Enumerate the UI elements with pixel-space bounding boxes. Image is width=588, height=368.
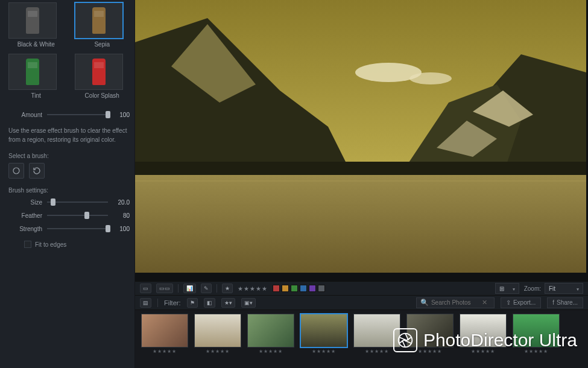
thumb-stars: ★★★★★ bbox=[406, 349, 454, 354]
zoom-dropdown[interactable]: Fit bbox=[545, 283, 583, 294]
share-button[interactable]: f Share... bbox=[547, 297, 583, 308]
photo-canvas[interactable] bbox=[135, 0, 588, 281]
amount-label: Amount bbox=[8, 112, 42, 118]
hint-text: Use the erase effect brush to clear the … bbox=[8, 127, 130, 144]
view-mode-dropdown[interactable]: ⊞ bbox=[495, 283, 519, 294]
brush-erase-button[interactable] bbox=[29, 163, 45, 179]
filter-toolbar: ▤ Filter: ⚑ ◧ ★▾ ▣▾ 🔍 ✕ ⇪ Export... f Sh… bbox=[135, 296, 588, 310]
thumb-stars: ★★★★★ bbox=[194, 349, 241, 354]
filter-rating-button[interactable]: ★▾ bbox=[221, 298, 235, 308]
view-toolbar: ▭ ▭▭ 📊 ✎ ★ ★★★★★ ⊞ Zoom: Fit bbox=[135, 281, 588, 296]
strength-value: 100 bbox=[113, 226, 130, 232]
filmstrip: ★★★★★★★★★★★★★★★★★★★★★★★★★★★★★★★★★★★★★★★★ bbox=[135, 310, 588, 368]
svg-point-3 bbox=[409, 72, 452, 84]
filmstrip-thumb[interactable]: ★★★★★ bbox=[141, 314, 188, 354]
amount-slider[interactable] bbox=[47, 111, 108, 118]
filter-label-button[interactable]: ◧ bbox=[204, 298, 215, 308]
effect-label: Black & White bbox=[8, 41, 64, 48]
filmstrip-thumb[interactable]: ★★★★★ bbox=[406, 314, 454, 354]
feather-value: 80 bbox=[113, 212, 130, 219]
thumb-stars: ★★★★★ bbox=[300, 349, 347, 354]
brush-apply-button[interactable] bbox=[8, 163, 24, 179]
filter-flag-button[interactable]: ⚑ bbox=[187, 298, 198, 308]
thumb-stars: ★★★★★ bbox=[460, 349, 507, 354]
strength-slider[interactable] bbox=[47, 225, 108, 232]
fit-to-edges-checkbox[interactable] bbox=[24, 241, 31, 248]
effect-bw[interactable]: Black & White bbox=[8, 2, 64, 48]
brush-settings-label: Brush settings: bbox=[8, 187, 130, 194]
filmstrip-thumb[interactable]: ★★★★★ bbox=[300, 314, 347, 354]
feather-slider[interactable] bbox=[47, 212, 108, 219]
color-labels bbox=[273, 285, 325, 292]
thumb-stars: ★★★★★ bbox=[353, 349, 400, 354]
svg-point-0 bbox=[13, 168, 19, 174]
thumb-stars: ★★★★★ bbox=[513, 349, 560, 354]
search-icon: 🔍 bbox=[420, 299, 429, 306]
amount-value: 100 bbox=[113, 112, 130, 118]
filter-stack-button[interactable]: ▣▾ bbox=[241, 298, 256, 308]
zoom-value: Fit bbox=[549, 285, 555, 292]
zoom-label: Zoom: bbox=[524, 285, 541, 292]
filmstrip-thumb[interactable]: ★★★★★ bbox=[247, 314, 294, 354]
preview-image bbox=[135, 0, 586, 273]
effect-label: Sepia bbox=[75, 41, 130, 48]
filmstrip-toggle-button[interactable]: ▤ bbox=[140, 298, 151, 308]
crop-tool-button[interactable]: ✎ bbox=[201, 284, 212, 293]
effect-label: Tint bbox=[8, 92, 64, 99]
search-input[interactable] bbox=[431, 299, 479, 306]
rating-stars[interactable]: ★★★★★ bbox=[238, 285, 268, 292]
size-label: Size bbox=[8, 199, 42, 206]
amount-slider-row: Amount 100 bbox=[8, 111, 130, 118]
size-slider[interactable] bbox=[47, 198, 108, 206]
fit-to-edges-label: Fit to edges bbox=[35, 241, 66, 248]
filmstrip-thumb[interactable]: ★★★★★ bbox=[513, 314, 560, 354]
effect-sepia[interactable]: Sepia bbox=[75, 2, 130, 48]
search-box[interactable]: 🔍 ✕ bbox=[416, 297, 495, 308]
main-area: ▭ ▭▭ 📊 ✎ ★ ★★★★★ ⊞ Zoom: Fit ▤ Filter: ⚑ bbox=[135, 0, 588, 368]
select-brush-label: Select a brush: bbox=[8, 153, 130, 159]
histogram-button[interactable]: 📊 bbox=[183, 284, 196, 293]
share-icon: f bbox=[552, 299, 554, 306]
effects-panel: Black & WhiteSepiaTintColor Splash Amoun… bbox=[0, 0, 135, 368]
color-swatch[interactable] bbox=[291, 285, 298, 292]
svg-rect-5 bbox=[135, 175, 586, 273]
strength-label: Strength bbox=[8, 226, 42, 232]
color-swatch[interactable] bbox=[300, 285, 307, 292]
thumb-stars: ★★★★★ bbox=[247, 349, 294, 354]
rating-button[interactable]: ★ bbox=[222, 284, 233, 293]
filmstrip-thumb[interactable]: ★★★★★ bbox=[353, 314, 400, 354]
view-single-button[interactable]: ▭ bbox=[140, 284, 151, 293]
color-swatch[interactable] bbox=[309, 285, 316, 292]
clear-search-icon[interactable]: ✕ bbox=[482, 299, 487, 306]
feather-label: Feather bbox=[8, 212, 42, 219]
thumb-stars: ★★★★★ bbox=[141, 349, 188, 354]
color-swatch[interactable] bbox=[318, 285, 325, 292]
color-swatch[interactable] bbox=[282, 285, 289, 292]
export-icon: ⇪ bbox=[506, 299, 511, 306]
filmstrip-thumb[interactable]: ★★★★★ bbox=[460, 314, 507, 354]
effect-tint[interactable]: Tint bbox=[8, 54, 64, 99]
filter-label: Filter: bbox=[164, 299, 181, 306]
color-swatch[interactable] bbox=[273, 285, 280, 292]
effect-splash[interactable]: Color Splash bbox=[75, 54, 130, 99]
effect-label: Color Splash bbox=[75, 92, 130, 99]
view-compare-button[interactable]: ▭▭ bbox=[156, 284, 173, 293]
size-value: 20.0 bbox=[113, 199, 130, 206]
fit-to-edges-row[interactable]: Fit to edges bbox=[24, 241, 130, 248]
filmstrip-thumb[interactable]: ★★★★★ bbox=[194, 314, 241, 354]
export-button[interactable]: ⇪ Export... bbox=[501, 297, 541, 308]
